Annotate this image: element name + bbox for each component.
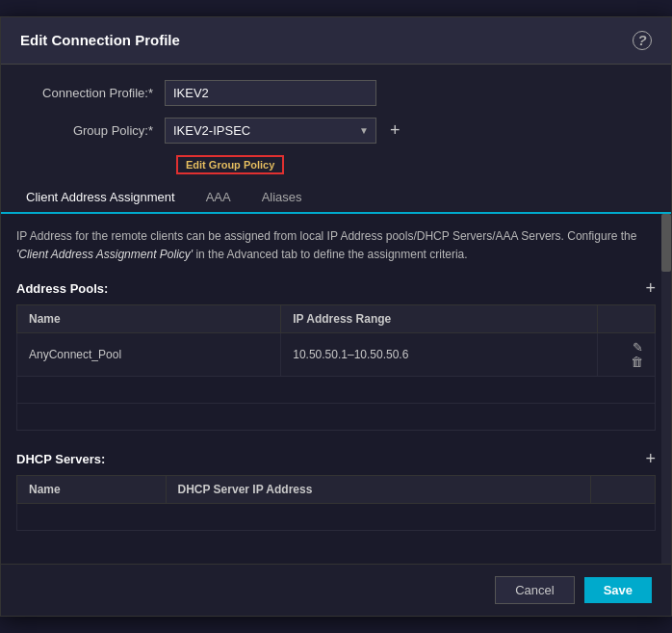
group-policy-label: Group Policy:* xyxy=(20,123,165,138)
group-policy-select[interactable]: IKEV2-IPSEC xyxy=(165,118,376,144)
connection-profile-row: Connection Profile:* xyxy=(20,80,652,106)
edit-pool-icon[interactable]: ✎ xyxy=(633,340,643,355)
dhcp-col-name: Name xyxy=(17,476,167,504)
scrollbar-track[interactable] xyxy=(661,214,671,564)
connection-profile-label: Connection Profile:* xyxy=(20,86,165,100)
dhcp-servers-table: Name DHCP Server IP Address xyxy=(16,475,656,531)
pool-actions-cell: ✎ 🗑 xyxy=(598,333,656,377)
scrollbar-thumb[interactable] xyxy=(661,214,671,272)
tab-aaa[interactable]: AAA xyxy=(191,182,246,214)
edit-connection-profile-dialog: Edit Connection Profile ? Connection Pro… xyxy=(0,16,672,617)
edit-group-policy-button[interactable]: Edit Group Policy xyxy=(176,155,284,174)
content-area: IP Address for the remote clients can be… xyxy=(1,214,671,564)
save-button[interactable]: Save xyxy=(584,577,652,603)
group-policy-row: Group Policy:* IKEV2-IPSEC ▼ + xyxy=(20,118,652,144)
description-text: IP Address for the remote clients can be… xyxy=(16,227,656,264)
group-policy-select-container: IKEV2-IPSEC ▼ xyxy=(165,118,376,144)
dialog-title: Edit Connection Profile xyxy=(20,32,180,48)
dhcp-servers-section-header: DHCP Servers: + xyxy=(16,450,656,467)
help-icon[interactable]: ? xyxy=(633,31,652,50)
add-address-pool-button[interactable]: + xyxy=(645,279,656,297)
address-pools-table: Name IP Address Range AnyConnect_Pool 10… xyxy=(16,304,656,431)
edit-group-policy-wrapper: Edit Group Policy xyxy=(20,155,652,182)
dialog-footer: Cancel Save xyxy=(1,564,671,616)
dhcp-header-row: Name DHCP Server IP Address xyxy=(17,476,656,504)
form-section: Connection Profile:* Group Policy:* IKEV… xyxy=(1,65,671,182)
col-ip-range: IP Address Range xyxy=(281,305,598,333)
col-name: Name xyxy=(17,305,281,333)
empty-row-1 xyxy=(17,377,656,404)
empty-row-2 xyxy=(17,404,656,431)
dhcp-empty-row xyxy=(17,504,656,531)
pool-name-cell: AnyConnect_Pool xyxy=(17,333,281,377)
pool-ip-range-cell: 10.50.50.1–10.50.50.6 xyxy=(281,333,598,377)
tabs-bar: Client Address Assignment AAA Aliases xyxy=(1,182,671,214)
add-group-policy-button[interactable]: + xyxy=(384,119,406,141)
dhcp-col-actions xyxy=(591,476,656,504)
connection-profile-input[interactable] xyxy=(165,80,376,106)
address-pools-title: Address Pools: xyxy=(16,281,108,296)
dhcp-col-ip: DHCP Server IP Address xyxy=(166,476,591,504)
address-pools-section-header: Address Pools: + xyxy=(16,279,656,297)
group-policy-select-wrapper: IKEV2-IPSEC ▼ + xyxy=(165,118,406,144)
address-pools-header-row: Name IP Address Range xyxy=(17,305,656,333)
add-dhcp-server-button[interactable]: + xyxy=(645,450,656,467)
cancel-button[interactable]: Cancel xyxy=(495,576,574,604)
dialog-header: Edit Connection Profile ? xyxy=(1,17,671,65)
col-actions xyxy=(598,305,656,333)
dhcp-servers-title: DHCP Servers: xyxy=(16,452,105,466)
tab-aliases[interactable]: Aliases xyxy=(246,182,318,214)
tab-client-address-assignment[interactable]: Client Address Assignment xyxy=(11,182,191,214)
delete-pool-icon[interactable]: 🗑 xyxy=(631,355,643,369)
table-row: AnyConnect_Pool 10.50.50.1–10.50.50.6 ✎ … xyxy=(17,333,656,377)
